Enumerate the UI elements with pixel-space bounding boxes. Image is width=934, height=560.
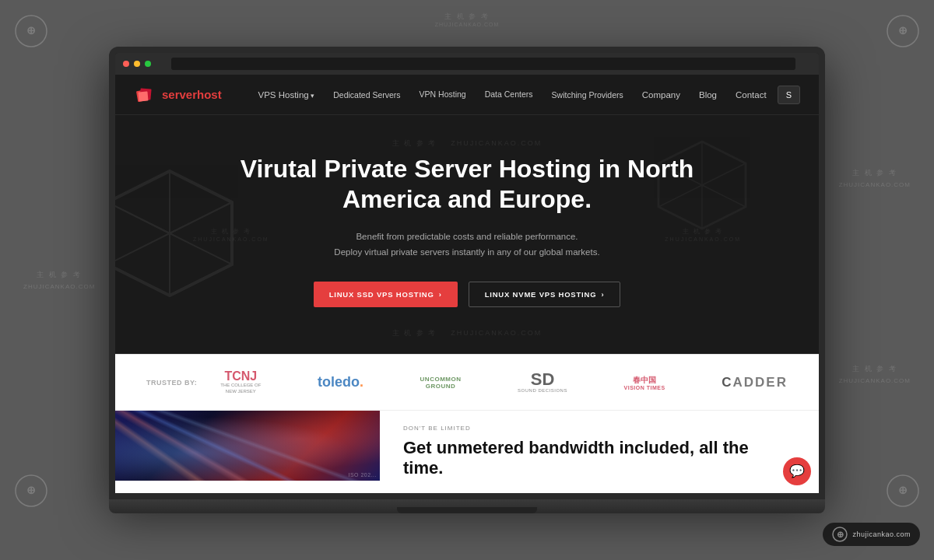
browser-bar [115,53,819,75]
nav-switching[interactable]: Switching Providers [544,86,631,105]
svg-marker-14 [115,171,170,233]
trusted-label: TRUSTED BY: [146,379,197,387]
svg-text:⊕: ⊕ [26,24,36,37]
nav-dedicated[interactable]: Dedicated Servers [325,86,408,105]
bottom-text: DON'T BE LIMITED Get unmetered bandwidth… [380,411,783,493]
bottom-tag: DON'T BE LIMITED [403,425,760,432]
url-bar[interactable] [171,58,795,70]
logo-spring: 春中国 VISION TIMES [624,375,665,390]
svg-line-21 [702,185,746,207]
svg-line-19 [702,163,746,185]
arrow-icon: › [439,290,442,299]
hero-bg-left [115,156,248,314]
window-close-dot [123,61,129,67]
svg-line-20 [658,163,702,185]
nav-links: VPS Hosting Dedicated Servers VPN Hostin… [250,85,800,106]
logo-toledo: toledo. [318,374,363,390]
nav-vpn[interactable]: VPN Hosting [412,85,474,105]
logo-uncommon: UNCOMMON GROUND [420,376,462,390]
svg-marker-13 [170,202,232,264]
nav-blog[interactable]: Blog [691,85,725,106]
nav-vps[interactable]: VPS Hosting [250,85,322,106]
nav-company[interactable]: Company [634,85,688,106]
trusted-logos: TCNJ THE COLLEGE OFNEW JERSEY toledo. UN… [220,370,788,394]
navbar: serverhost VPS Hosting Dedicated Servers… [115,75,819,115]
hero-bg-right [648,131,757,243]
watermark-badge: ⊕ zhujicankao.com [823,523,920,546]
hero-watermark-bottom: 主 机 参 考 ZHUJICANKAO.COM [392,328,542,338]
logo-text: serverhost [162,88,222,101]
chat-button[interactable]: 💬 [783,457,811,485]
bottom-title: Get unmetered bandwidth included, all th… [403,438,760,479]
hero-watermark-top: 主 机 参 考 ZHUJICANKAO.COM [392,138,542,149]
hero-buttons: LINUX SSD VPS HOSTING › LINUX NVME VPS H… [314,282,621,307]
nav-data[interactable]: Data Centers [477,85,541,105]
laptop-base [109,499,825,513]
hero-subtitle: Benefit from predictable costs and relia… [334,229,599,260]
logo-cadder: CADDER [722,375,788,390]
svg-text:⊕: ⊕ [26,484,36,496]
logo-area[interactable]: serverhost [134,84,222,106]
bottom-section: ISO 202... DON'T BE LIMITED Get unmetere… [115,410,819,493]
fiber-image: ISO 202... [115,411,380,481]
svg-text:⊕: ⊕ [898,24,908,37]
svg-rect-10 [138,91,148,101]
svg-line-22 [658,185,702,207]
laptop-screen: serverhost VPS Hosting Dedicated Servers… [109,47,825,499]
svg-marker-15 [115,202,170,264]
arrow-icon-2: › [601,290,604,299]
svg-text:⊕: ⊕ [898,484,908,496]
trusted-section: TRUSTED BY: TCNJ THE COLLEGE OFNEW JERSE… [115,354,819,409]
badge-text: zhujicankao.com [852,530,911,538]
logo-tcnj: TCNJ THE COLLEGE OFNEW JERSEY [220,370,261,394]
window-maximize-dot [145,61,151,67]
nav-contact[interactable]: Contact [728,85,774,106]
window-minimize-dot [134,61,140,67]
btn-linux-nvme[interactable]: LINUX NVME VPS HOSTING › [469,282,621,307]
nav-cart[interactable]: S [778,86,800,104]
svg-marker-12 [170,171,232,233]
logo-sd: SD SOUND DECISIONS [518,371,567,394]
hero-title: Virutal Private Server Hosting in North … [234,154,700,214]
btn-linux-ssd[interactable]: LINUX SSD VPS HOSTING › [314,282,458,307]
badge-icon: ⊕ [832,527,848,542]
hero-section: 主 机 参 考 ZHUJICANKAO.COM 主 机 参 考 ZHUJICAN… [115,115,819,354]
logo-icon [134,84,156,106]
svg-text:⊕: ⊕ [837,530,844,539]
